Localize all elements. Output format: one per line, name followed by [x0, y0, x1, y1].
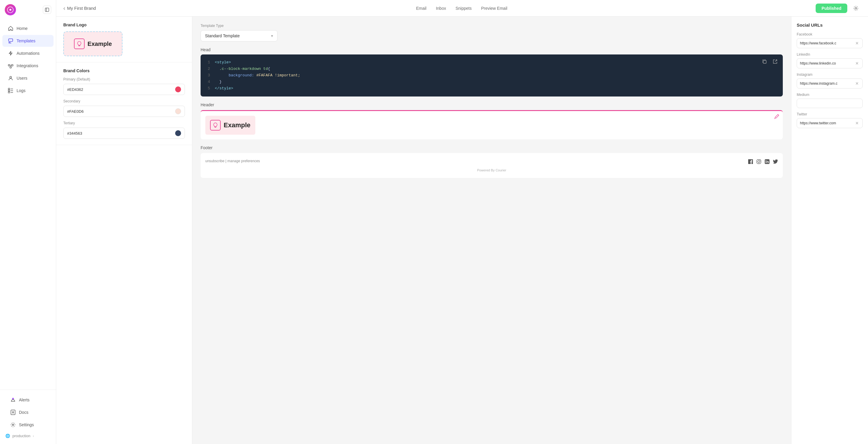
settings-icon [10, 422, 16, 428]
secondary-color-swatch[interactable] [175, 108, 181, 114]
svg-point-25 [855, 7, 857, 9]
tab-snippets[interactable]: Snippets [456, 5, 472, 12]
header-logo-bulb [210, 120, 221, 130]
facebook-clear-button[interactable]: ✕ [855, 41, 860, 46]
svg-point-1 [9, 9, 11, 11]
copy-code-button[interactable] [760, 57, 769, 66]
linkedin-clear-button[interactable]: ✕ [855, 61, 860, 66]
footer-label: Footer [200, 145, 783, 150]
primary-color-input[interactable] [67, 87, 175, 92]
twitter-label: Twitter [797, 112, 863, 116]
logs-icon [8, 88, 13, 93]
svg-rect-28 [763, 60, 766, 63]
logo-bulb-icon [74, 38, 85, 49]
sidebar-item-alerts[interactable]: Alerts [5, 394, 51, 406]
linkedin-input[interactable] [800, 61, 855, 65]
linkedin-social-icon [765, 159, 770, 166]
topbar-nav: Email Inbox Snippets Preview Email [108, 5, 816, 12]
svg-rect-20 [11, 410, 15, 415]
brand-logo-title: Brand Logo [63, 23, 185, 27]
facebook-label: Facebook [797, 32, 863, 36]
sidebar-item-settings[interactable]: Settings [5, 419, 51, 431]
sidebar-item-integrations[interactable]: Integrations [2, 60, 54, 71]
sidebar-item-automations[interactable]: Automations [2, 47, 54, 59]
automations-icon [8, 50, 13, 56]
sidebar-item-templates[interactable]: Templates [2, 35, 54, 47]
env-selector[interactable]: 🌐 production › [2, 431, 54, 440]
tertiary-color-input[interactable] [67, 131, 175, 136]
svg-rect-26 [79, 45, 80, 46]
code-editor-actions [760, 57, 779, 66]
svg-rect-9 [10, 67, 11, 68]
svg-point-34 [760, 160, 760, 161]
sidebar-item-home-label: Home [17, 26, 28, 31]
instagram-clear-button[interactable]: ✕ [855, 81, 860, 86]
footer-unsubscribe[interactable]: unsubscribe [205, 159, 224, 163]
twitter-clear-button[interactable]: ✕ [855, 121, 860, 125]
tab-preview-email[interactable]: Preview Email [481, 5, 507, 12]
instagram-label: Instagram [797, 72, 863, 77]
primary-color-swatch[interactable] [175, 86, 181, 92]
app-logo[interactable] [5, 4, 16, 16]
main-area: ‹ My First Brand Email Inbox Snippets Pr… [56, 0, 868, 444]
code-line-5: 5 </style> [205, 85, 778, 92]
instagram-social-icon [756, 159, 762, 166]
head-code-section: Head [200, 47, 783, 96]
topbar-actions: Published [816, 3, 861, 13]
back-button[interactable]: ‹ My First Brand [63, 5, 96, 11]
twitter-social-icon [773, 159, 778, 166]
users-icon [8, 75, 13, 81]
medium-input[interactable] [800, 101, 860, 106]
brand-logo-box[interactable]: Example [63, 31, 122, 56]
template-type-value: Standard Template [205, 33, 240, 38]
sidebar-item-users-label: Users [17, 76, 28, 81]
brand-logo-section: Brand Logo Example [56, 17, 192, 62]
template-type-chevron-icon: ▾ [271, 33, 273, 38]
tab-inbox[interactable]: Inbox [436, 5, 446, 12]
sidebar-item-logs[interactable]: Logs [2, 85, 54, 96]
footer-preferences[interactable]: manage preferences [227, 159, 260, 163]
topbar: ‹ My First Brand Email Inbox Snippets Pr… [56, 0, 868, 17]
sidebar-item-home[interactable]: Home [2, 23, 54, 34]
open-external-button[interactable] [771, 57, 779, 66]
tertiary-color-swatch[interactable] [175, 130, 181, 136]
instagram-input[interactable] [800, 81, 855, 86]
published-button[interactable]: Published [816, 4, 847, 13]
svg-point-21 [13, 412, 13, 413]
sidebar-collapse-button[interactable] [43, 6, 51, 14]
eyedropper-button[interactable] [774, 114, 779, 120]
header-label: Header [200, 102, 783, 107]
svg-rect-13 [8, 88, 10, 90]
template-type-label: Template Type [200, 24, 783, 28]
code-editor: 1 <style> 2 .c--block-markdown td{ 3 bac… [200, 55, 783, 96]
code-line-1: 1 <style> [205, 59, 778, 66]
brand-name: My First Brand [67, 6, 96, 11]
footer-social-icons [748, 159, 778, 166]
sidebar-item-users[interactable]: Users [2, 72, 54, 84]
template-type-dropdown[interactable]: Standard Template ▾ [200, 30, 278, 41]
svg-rect-14 [8, 90, 10, 91]
home-icon [8, 26, 13, 31]
brand-colors-section: Brand Colors Primary (Default) Secondary… [56, 62, 192, 145]
sidebar-item-docs[interactable]: Docs [5, 406, 51, 418]
social-urls-title: Social URLs [797, 23, 863, 28]
settings-button[interactable] [851, 3, 861, 13]
secondary-color-input-row [63, 106, 185, 117]
twitter-input[interactable] [800, 121, 855, 125]
sidebar-item-templates-label: Templates [17, 38, 35, 43]
code-line-3: 3 background: #FAFAFA !important; [205, 72, 778, 79]
sidebar-bottom: Alerts Docs Settings � [0, 389, 56, 444]
template-type-section: Template Type Standard Template ▾ [200, 24, 783, 41]
svg-rect-15 [8, 92, 10, 93]
left-panel: Brand Logo Example [56, 17, 192, 444]
tab-email[interactable]: Email [416, 5, 426, 12]
head-label: Head [200, 47, 783, 52]
secondary-color-input[interactable] [67, 109, 175, 114]
svg-point-19 [12, 398, 14, 399]
sidebar-item-logs-label: Logs [17, 88, 26, 93]
sidebar-logo-area [0, 0, 56, 20]
linkedin-label: LinkedIn [797, 52, 863, 57]
sidebar: Home Templates Automations [0, 0, 56, 444]
facebook-input[interactable] [800, 41, 855, 45]
sidebar-item-docs-label: Docs [19, 410, 28, 415]
